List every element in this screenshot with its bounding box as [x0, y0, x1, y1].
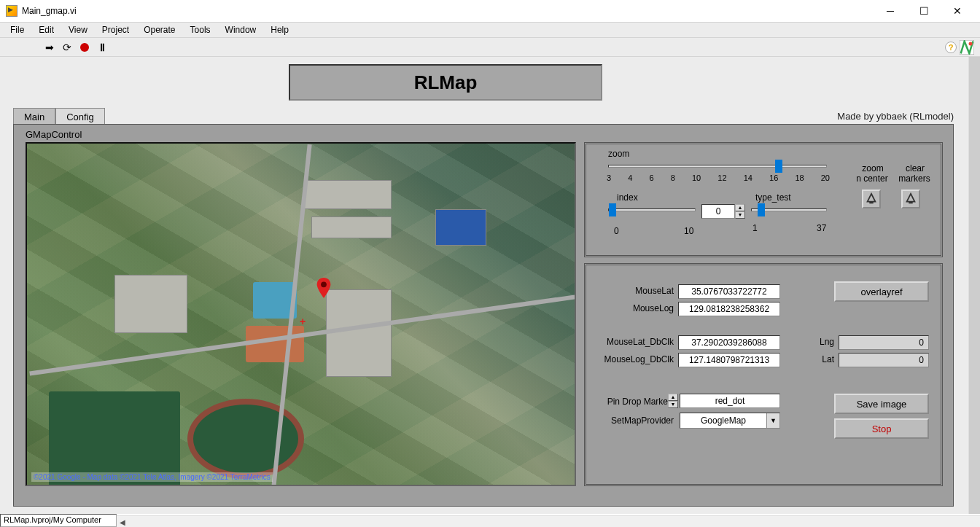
center-cross-icon: +	[300, 316, 306, 327]
zoom-ticks: 34 68 1012 1416 1820	[607, 173, 830, 182]
app-icon	[6, 5, 18, 17]
overlayref-button[interactable]: overlayref	[834, 281, 929, 302]
zoom-slider-thumb[interactable]	[775, 160, 782, 173]
index-label: index	[617, 192, 638, 203]
titlebar: Main_gmap.vi ─ ☐ ✕	[0, 0, 980, 22]
mouselat-dbclk-label: MouseLat_DbClk	[594, 337, 674, 347]
menu-operate[interactable]: Operate	[136, 23, 182, 36]
index-spinner[interactable]: ▲▼	[735, 204, 745, 219]
gmap-label: GMapControl	[26, 129, 82, 140]
save-image-button[interactable]: Save image	[834, 394, 929, 414]
mouselat-value: 35.0767033722772	[678, 284, 780, 299]
index-numeric[interactable]: 0	[701, 204, 735, 219]
menu-window[interactable]: Window	[218, 23, 264, 36]
type-test-slider-thumb[interactable]	[758, 203, 765, 216]
run-button[interactable]: ➡	[42, 40, 57, 55]
mouselog-dbclk-label: MouseLog_DbClk	[594, 354, 674, 364]
pin-drop-value[interactable]: red_dot	[680, 394, 780, 408]
window-title: Main_gmap.vi	[22, 6, 77, 16]
mouselat-dbclk-value: 37.2902039286088	[678, 335, 780, 350]
map-provider-label: SetMapProvider	[594, 415, 674, 426]
zoom-slider[interactable]	[608, 165, 827, 168]
status-bar: RLMap.lvproj/My Computer	[0, 514, 117, 527]
mouselog-dbclk-value: 127.1480798721313	[678, 353, 780, 367]
app-title-box: RLMap	[289, 64, 602, 101]
zoom-center-label2: n center	[852, 173, 892, 184]
type-test-label: type_test	[755, 192, 791, 203]
zoom-center-button[interactable]	[862, 190, 881, 208]
pause-button[interactable]: Ⅱ	[95, 40, 109, 55]
map-provider-value: GoogleMap	[680, 415, 766, 426]
menu-tools[interactable]: Tools	[183, 23, 218, 36]
map-control[interactable]: + ©2021 Google - Map data ©2021 Tele Atl…	[26, 142, 576, 486]
tab-main[interactable]: Main	[13, 108, 55, 125]
chevron-down-icon[interactable]: ▼	[766, 413, 779, 428]
menu-edit[interactable]: Edit	[31, 23, 61, 36]
pin-drop-spinner[interactable]: ▲▼	[668, 394, 678, 408]
clear-markers-label2: markers	[892, 173, 936, 184]
run-continuous-button[interactable]: ⟳	[60, 40, 74, 55]
info-panel: MouseLat 35.0767033722772 MouseLog 129.0…	[584, 263, 943, 486]
credit-text: Made by ybbaek (RLmodel)	[837, 111, 954, 122]
type-test-max: 37	[817, 223, 826, 233]
help-icon[interactable]: ?	[945, 42, 957, 53]
type-test-slider[interactable]	[751, 208, 827, 211]
toolbar: ➡ ⟳ Ⅱ ?	[0, 38, 980, 57]
gmap-icon[interactable]	[960, 40, 974, 55]
menu-view[interactable]: View	[61, 23, 95, 36]
pin-drop-label: Pin Drop Marker	[591, 397, 671, 407]
main-panel: GMapControl + ©2021 Google - Map data ©2…	[13, 124, 954, 507]
map-marker-icon	[316, 278, 331, 298]
menu-file[interactable]: File	[3, 23, 31, 36]
svg-rect-4	[909, 202, 912, 204]
svg-point-2	[321, 281, 327, 287]
minimize-button[interactable]: ─	[874, 0, 907, 22]
slider-panel: zoom 34 68 1012 1416 1820 index 0 10 0 ▲…	[584, 142, 943, 257]
mouselat-label: MouseLat	[601, 286, 674, 296]
svg-point-1	[969, 42, 973, 45]
mouselog-label: MouseLog	[601, 303, 674, 313]
lng-value: 0	[839, 335, 929, 350]
svg-rect-3	[869, 202, 873, 204]
abort-button[interactable]	[77, 40, 92, 55]
index-max: 10	[684, 226, 693, 236]
content-area: RLMap Made by ybbaek (RLmodel) Main Conf…	[0, 57, 968, 514]
index-slider-thumb[interactable]	[609, 203, 616, 216]
zoom-center-label1: zoom	[855, 163, 891, 173]
lat-value: 0	[839, 353, 929, 367]
horizontal-scrollbar[interactable]: ◀	[117, 515, 980, 527]
lng-label: Lng	[805, 337, 834, 347]
map-provider-dropdown[interactable]: GoogleMap ▼	[680, 413, 780, 429]
menu-help[interactable]: Help	[263, 23, 296, 36]
map-copyright: ©2021 Google - Map data ©2021 Tele Atlas…	[31, 472, 273, 482]
close-button[interactable]: ✕	[941, 0, 974, 22]
tab-config[interactable]: Config	[55, 108, 105, 125]
clear-markers-button[interactable]	[901, 190, 920, 208]
menubar: File Edit View Project Operate Tools Win…	[0, 22, 980, 38]
vertical-scrollbar[interactable]	[968, 57, 980, 514]
menu-project[interactable]: Project	[95, 23, 136, 36]
maximize-button[interactable]: ☐	[907, 0, 941, 22]
index-min: 0	[614, 226, 619, 236]
type-test-min: 1	[752, 223, 758, 233]
stop-button[interactable]: Stop	[834, 418, 929, 439]
zoom-label: zoom	[608, 149, 629, 159]
lat-label: Lat	[805, 354, 834, 364]
tab-row: Main Config	[13, 108, 105, 125]
clear-markers-label1: clear	[897, 163, 933, 173]
mouselog-value: 129.0818238258362	[678, 302, 780, 316]
index-slider[interactable]	[608, 208, 696, 211]
